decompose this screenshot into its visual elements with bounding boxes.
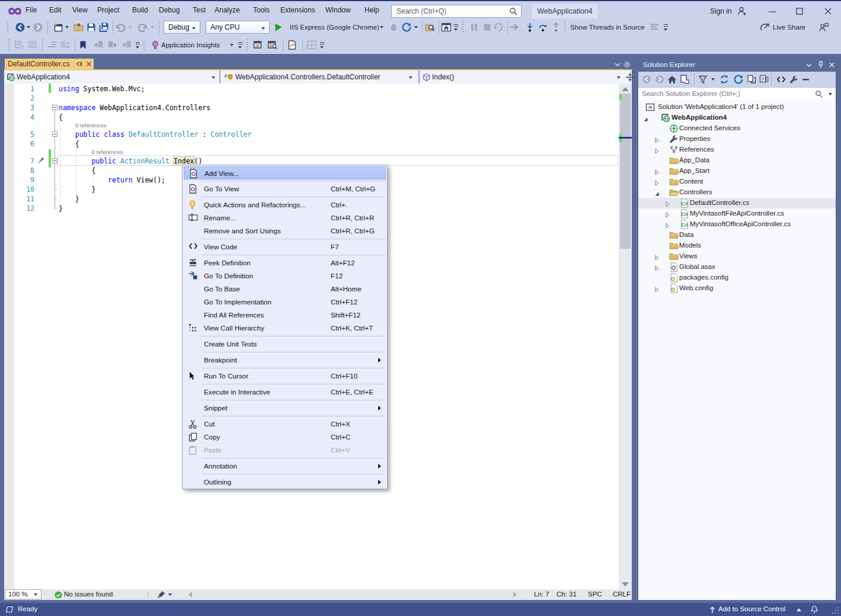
threads-list-icon[interactable]: [650, 22, 660, 33]
open-file-icon[interactable]: [73, 22, 84, 33]
code-lens-references[interactable]: 0 references: [75, 122, 107, 129]
expanded-arrow-icon[interactable]: [643, 116, 648, 120]
menu-item-peek-definition[interactable]: Peek DefinitionAlt+F12: [184, 256, 386, 270]
preview-selected-icon[interactable]: [801, 74, 811, 85]
step-over-icon[interactable]: [538, 22, 548, 33]
collapse-all-icon[interactable]: [759, 74, 769, 85]
pending-changes-filter-icon[interactable]: [698, 74, 708, 85]
expanded-arrow-icon[interactable]: [654, 190, 659, 195]
collapsed-arrow-icon[interactable]: [665, 222, 670, 227]
collapsed-arrow-icon[interactable]: [665, 201, 670, 206]
toolbar-grip[interactable]: [7, 21, 9, 34]
menu-analyze[interactable]: Analyze: [210, 1, 244, 19]
nav-forward-icon[interactable]: [33, 22, 43, 33]
menu-edit[interactable]: Edit: [45, 1, 66, 19]
toolbar-overflow-icon[interactable]: [238, 41, 244, 49]
application-insights-icon[interactable]: [150, 40, 161, 50]
iis-express-google-chrome--label[interactable]: IIS Express (Google Chrome): [290, 21, 379, 34]
new-project-caret-icon[interactable]: [65, 26, 69, 28]
save-all-icon[interactable]: [99, 22, 110, 33]
collapsed-arrow-icon[interactable]: [654, 286, 659, 291]
clear-bookmarks-icon[interactable]: [121, 40, 132, 50]
redo-icon[interactable]: [137, 22, 148, 33]
decrease-indent-icon[interactable]: [47, 40, 57, 50]
application-insights-search-icon[interactable]: [267, 40, 278, 50]
publish-icon[interactable]: [287, 40, 298, 50]
any-cpu-dropdown[interactable]: Any CPU: [206, 21, 270, 34]
undo-caret-icon[interactable]: [128, 26, 132, 28]
sign-in-button[interactable]: Sign in: [710, 5, 732, 18]
toolbar-overflow-icon[interactable]: [320, 41, 325, 49]
tree-item-views[interactable]: Views: [638, 251, 836, 262]
tree-item-content[interactable]: Content: [638, 177, 836, 187]
auto-hide-pin-icon[interactable]: [817, 61, 824, 69]
toolbar-grip[interactable]: [462, 21, 464, 34]
search-options-caret-icon[interactable]: [829, 93, 832, 95]
collapsed-arrow-icon[interactable]: [654, 254, 659, 259]
nested-files-icon[interactable]: [746, 74, 757, 85]
toolbar-overflow-icon[interactable]: [454, 24, 459, 31]
toolbar-grip[interactable]: [246, 38, 248, 52]
resize-grip-icon[interactable]: [832, 607, 839, 614]
solution-explorer-search-input[interactable]: Search Solution Explorer (Ctrl+;): [638, 87, 836, 100]
tree-item-packages-config[interactable]: packages.config: [638, 272, 836, 283]
toolbar-grip[interactable]: [143, 38, 145, 52]
editor-options-gear-icon[interactable]: [623, 61, 631, 68]
menu-debug[interactable]: Debug: [155, 1, 184, 19]
live-share-label[interactable]: Live Share: [773, 21, 805, 34]
code-map-icon[interactable]: [306, 40, 317, 50]
minimize-button[interactable]: [767, 6, 778, 17]
fold-collapse-box[interactable]: [52, 105, 57, 110]
tree-item-data[interactable]: Data: [638, 230, 836, 240]
hscroll-right-arrow-icon[interactable]: [513, 592, 517, 598]
close-tab-icon[interactable]: [85, 60, 92, 68]
se-back-icon[interactable]: [641, 74, 652, 85]
redo-caret-icon[interactable]: [151, 26, 154, 28]
find-in-files-icon[interactable]: [425, 22, 436, 33]
add-application-insights-icon[interactable]: [253, 40, 264, 50]
health-message[interactable]: No issues found: [64, 591, 113, 598]
refresh-icon[interactable]: [719, 74, 730, 85]
pause-icon[interactable]: [469, 22, 479, 33]
save-icon[interactable]: [86, 22, 97, 33]
dropdown-caret-icon[interactable]: [190, 23, 199, 32]
hscroll-left-arrow-icon[interactable]: [188, 592, 192, 598]
collapsed-arrow-icon[interactable]: [654, 265, 659, 270]
tree-item-connected-services[interactable]: Connected Services: [638, 123, 836, 134]
code-lens-references[interactable]: 0 references: [91, 149, 123, 155]
menu-help[interactable]: Help: [360, 1, 383, 19]
step-out-icon[interactable]: [551, 22, 561, 33]
menu-item-remove-and-sort-usings[interactable]: Remove and Sort UsingsCtrl+R, Ctrl+G: [184, 224, 386, 238]
restart-app-caret-icon[interactable]: [414, 26, 418, 28]
hot-reload-icon[interactable]: [388, 22, 399, 33]
parameter-info-icon[interactable]: [28, 40, 39, 50]
show-threads-in-source-label[interactable]: Show Threads in Source: [570, 21, 645, 34]
collapsed-arrow-icon[interactable]: [654, 147, 659, 152]
menu-view[interactable]: View: [68, 1, 92, 19]
nav-back-icon[interactable]: [15, 22, 25, 33]
notifications-bell-icon[interactable]: [810, 605, 818, 614]
filter-caret-icon[interactable]: [711, 78, 715, 81]
menu-file[interactable]: File: [21, 1, 41, 19]
tree-item-defaultcontroller-cs[interactable]: C#DefaultController.cs: [638, 198, 836, 208]
project-dropdown[interactable]: WebApplication4: [4, 70, 219, 84]
type-dropdown[interactable]: WebApplication4.Controllers.DefaultContr…: [220, 70, 418, 84]
document-tab[interactable]: DefaultController.cs: [5, 59, 94, 69]
toggle-bookmark-icon[interactable]: [78, 40, 88, 50]
tree-item-webapplication4[interactable]: WebApplication4: [638, 113, 836, 123]
menu-item-annotation[interactable]: Annotation: [184, 460, 386, 473]
maximize-button[interactable]: [794, 6, 805, 17]
sync-with-active-document-icon[interactable]: [733, 74, 744, 85]
menu-item-create-unit-tests[interactable]: Create Unit Tests: [184, 338, 386, 351]
quick-action-screwdriver-icon[interactable]: [36, 156, 45, 165]
menu-item-view-call-hierarchy[interactable]: View Call HierarchyCtrl+K, Ctrl+T: [184, 322, 386, 335]
start-debug-icon[interactable]: [273, 22, 284, 33]
toolbar-grip[interactable]: [8, 38, 10, 52]
sign-in-person-icon[interactable]: [737, 6, 747, 17]
toolbar-overflow-icon[interactable]: [664, 24, 669, 31]
collapsed-arrow-icon[interactable]: [654, 169, 659, 174]
format-brush-icon[interactable]: [157, 591, 165, 599]
menu-item-execute-in-interactive[interactable]: Execute in InteractiveCtrl+E, Ctrl+E: [184, 386, 386, 399]
tree-item-myvintasoftofficeapicontroller-cs[interactable]: C#MyVintasoftOfficeApiController.cs: [638, 219, 836, 230]
dropdown-caret-icon[interactable]: [259, 23, 268, 32]
